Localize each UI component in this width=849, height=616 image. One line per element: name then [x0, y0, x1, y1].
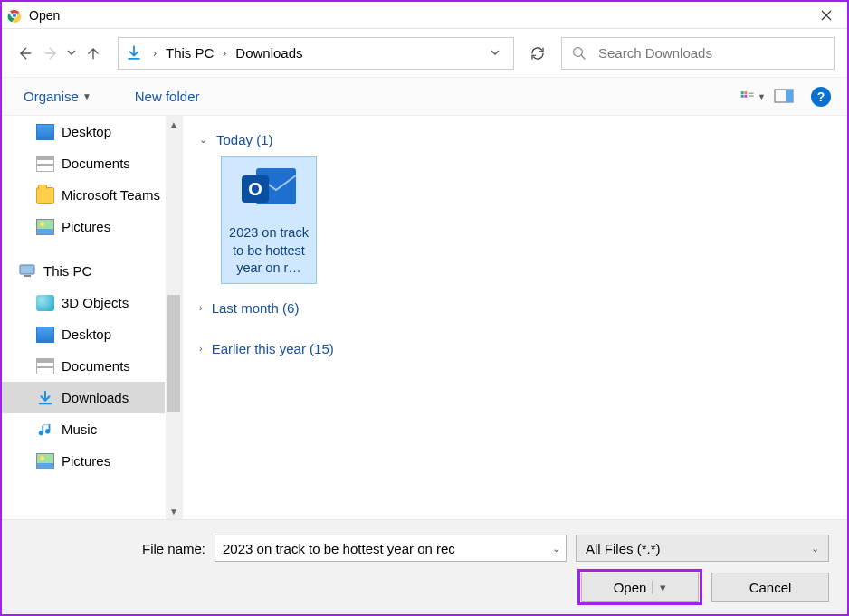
scroll-up-icon[interactable]: ▲: [169, 116, 178, 132]
sidebar-scrollbar[interactable]: ▲ ▼: [166, 116, 182, 519]
svg-point-2: [13, 13, 16, 16]
dialog-footer: File name: 2023 on track to be hottest y…: [2, 520, 847, 614]
downloads-location-icon: [124, 43, 144, 63]
chrome-icon: [7, 8, 22, 23]
arrow-right-icon: [43, 44, 61, 62]
change-view-button[interactable]: ▼: [740, 84, 766, 109]
file-name: 2023 on track to be hottest year on r…: [227, 224, 310, 278]
sidebar-item-desktop[interactable]: Desktop: [2, 116, 165, 147]
svg-rect-5: [744, 91, 747, 94]
sidebar-item-label: Microsoft Teams: [62, 187, 160, 203]
cancel-button[interactable]: Cancel: [711, 573, 829, 602]
sidebar-item-label: 3D Objects: [62, 295, 129, 310]
group-lastmonth[interactable]: › Last month (6): [199, 297, 831, 319]
organise-menu[interactable]: Organise ▼: [18, 85, 97, 108]
chevron-down-icon: [67, 48, 76, 57]
search-box[interactable]: [561, 37, 835, 70]
preview-pane-icon: [774, 89, 794, 105]
sidebar-item-desktop[interactable]: Desktop: [2, 318, 165, 350]
sidebar-item-label: Downloads: [62, 390, 129, 405]
chevron-down-icon: ⌄: [811, 543, 819, 554]
chevron-right-icon: ›: [199, 343, 203, 354]
arrow-left-icon: [15, 44, 33, 62]
organise-label: Organise: [24, 89, 79, 104]
preview-pane-button[interactable]: [771, 84, 797, 109]
up-button[interactable]: [83, 43, 103, 63]
open-button[interactable]: Open ▾: [581, 573, 699, 602]
address-dropdown[interactable]: [482, 45, 508, 61]
svg-rect-6: [741, 94, 744, 97]
sidebar-item-label: Documents: [62, 358, 130, 374]
help-button[interactable]: ?: [811, 87, 831, 107]
refresh-button[interactable]: [521, 37, 554, 70]
scroll-thumb[interactable]: [167, 295, 180, 412]
close-icon: [821, 10, 832, 21]
new-folder-button[interactable]: New folder: [129, 85, 205, 108]
dialog-body: DesktopDocumentsMicrosoft TeamsPicturesT…: [2, 116, 847, 520]
breadcrumb-current[interactable]: Downloads: [235, 45, 302, 61]
window-title: Open: [29, 8, 60, 23]
filename-label: File name:: [142, 541, 205, 556]
sidebar-item-pictures[interactable]: Pictures: [2, 445, 165, 477]
toolbar: Organise ▼ New folder ▼ ?: [2, 78, 847, 116]
cancel-label: Cancel: [749, 580, 792, 595]
recent-locations-dropdown[interactable]: [67, 48, 76, 59]
file-list: ⌄ Today (1) O 2023 on track to be hottes…: [183, 116, 847, 519]
file-item-selected[interactable]: O 2023 on track to be hottest year on r…: [221, 156, 317, 284]
refresh-icon: [529, 45, 546, 62]
close-button[interactable]: [806, 2, 847, 28]
filename-input[interactable]: 2023 on track to be hottest year on rec …: [215, 535, 567, 562]
sidebar-item-label: Pictures: [62, 219, 110, 234]
group-count: 15: [314, 341, 329, 356]
svg-rect-8: [749, 92, 754, 93]
svg-rect-9: [749, 95, 754, 96]
search-input[interactable]: [596, 44, 825, 62]
group-today[interactable]: ⌄ Today (1): [199, 128, 831, 151]
view-icon: [740, 89, 755, 105]
sidebar-item-label: This PC: [43, 263, 91, 279]
svg-rect-11: [786, 90, 793, 102]
sidebar-item-microsoft-teams[interactable]: Microsoft Teams: [2, 179, 165, 211]
svg-rect-4: [741, 91, 744, 94]
search-icon: [571, 45, 587, 62]
back-button[interactable]: [14, 43, 34, 63]
open-split-dropdown[interactable]: ▾: [652, 581, 666, 594]
sidebar-item-music[interactable]: Music: [2, 413, 165, 445]
chevron-down-icon: [490, 47, 501, 58]
nav-row: › This PC › Downloads: [2, 29, 847, 78]
breadcrumb-chevron-icon: ›: [219, 47, 230, 60]
breadcrumb-root[interactable]: This PC: [166, 45, 214, 61]
outlook-msg-icon: O: [236, 163, 301, 219]
sidebar-item-3d-objects[interactable]: 3D Objects: [2, 287, 165, 318]
sidebar-item-downloads[interactable]: Downloads: [2, 382, 165, 413]
filter-label: All Files (*.*): [586, 541, 661, 556]
help-icon: ?: [817, 90, 825, 104]
sidebar-item-label: Documents: [62, 156, 130, 171]
group-label: Today: [216, 132, 253, 147]
sidebar-item-this-pc[interactable]: This PC: [2, 255, 165, 287]
open-label: Open: [614, 580, 647, 595]
sidebar-item-pictures[interactable]: Pictures: [2, 211, 165, 242]
svg-rect-7: [744, 94, 747, 97]
filename-value: 2023 on track to be hottest year on rec: [223, 541, 455, 556]
chevron-right-icon: ›: [199, 302, 203, 313]
chevron-down-icon[interactable]: ⌄: [552, 543, 560, 554]
sidebar-item-documents[interactable]: Documents: [2, 350, 165, 382]
breadcrumb-chevron-icon: ›: [149, 47, 160, 60]
sidebar-item-documents[interactable]: Documents: [2, 147, 165, 179]
sidebar-item-label: Music: [62, 422, 97, 437]
group-earlier[interactable]: › Earlier this year (15): [199, 337, 831, 360]
group-count: 1: [261, 132, 268, 147]
forward-button[interactable]: [42, 43, 62, 63]
sidebar: DesktopDocumentsMicrosoft TeamsPicturesT…: [2, 116, 183, 519]
svg-rect-13: [24, 275, 31, 277]
scroll-down-icon[interactable]: ▼: [169, 503, 178, 519]
file-type-filter[interactable]: All Files (*.*) ⌄: [576, 535, 829, 562]
svg-text:O: O: [248, 179, 262, 199]
address-bar[interactable]: › This PC › Downloads: [118, 37, 514, 70]
sidebar-item-label: Desktop: [62, 124, 111, 139]
arrow-up-icon: [84, 44, 102, 62]
open-file-dialog: Open › This PC › Downloads: [0, 0, 849, 616]
group-label: Last month: [212, 300, 279, 316]
new-folder-label: New folder: [135, 89, 200, 104]
